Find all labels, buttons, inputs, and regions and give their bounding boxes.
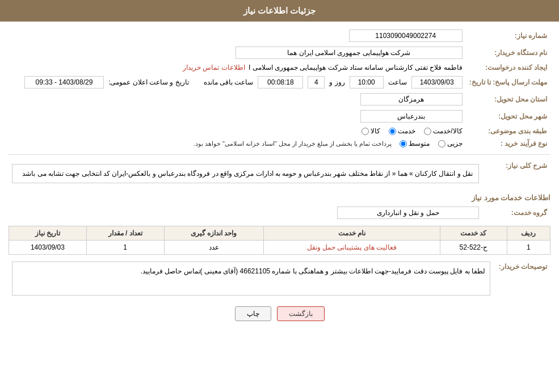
radio-jozei[interactable]: جزیی <box>438 140 463 147</box>
roz-value: 4 <box>308 76 325 88</box>
shomareNiaz-value: 1103090049002274 <box>349 29 463 42</box>
noeFarayand-label: نوع فرآیند خرید : <box>466 137 550 150</box>
col-tedaad: تعداد / مقدار <box>86 226 164 241</box>
tarikh-elan-label: تاریخ و ساعت اعلان عمومی: <box>108 78 189 86</box>
ijadKonande-label: ایجاد کننده درخواست: <box>466 61 550 74</box>
cell-vahed: عدد <box>164 241 263 255</box>
cell-tarikh: 1403/09/03 <box>9 241 87 255</box>
tarikh-value: 1403/09/03 <box>411 76 463 88</box>
tarikh-elan-value: 1403/08/29 - 09:33 <box>24 76 104 88</box>
shahr-value: بندرعباس <box>360 110 463 123</box>
mohlat-label: مهلت ارسال پاسخ: تا تاریخ: <box>466 74 550 91</box>
roz-label: روز و <box>329 78 344 86</box>
noeFarayand-radio-group: جزیی متوسط <box>400 140 463 147</box>
print-button[interactable]: چاپ <box>235 306 271 321</box>
cell-radif: 1 <box>507 241 550 255</box>
col-vahed: واحد اندازه گیری <box>164 226 263 241</box>
radio-kala-khadamat-input[interactable] <box>424 128 431 135</box>
goroh-section: گروه خدمت: حمل و نقل و انبارداری <box>9 204 550 221</box>
radio-khadamat-label: خدمت <box>398 127 415 135</box>
service-table: ردیف کد خدمت نام خدمت واحد اندازه گیری ت… <box>9 226 550 255</box>
cell-nam: فعالیت های پشتیبانی حمل ونقل <box>263 241 440 255</box>
table-row: 1 ح-522-52 فعالیت های پشتیبانی حمل ونقل … <box>9 241 550 255</box>
namDastgah-label: نام دستگاه خریدار: <box>466 44 550 61</box>
radio-kala-khadamat[interactable]: کالا/خدمت <box>424 127 462 135</box>
radio-kala-label: کالا <box>371 127 380 135</box>
cell-tedaad: 1 <box>86 241 164 255</box>
radio-motovaset-input[interactable] <box>400 140 407 147</box>
namDastgah-value: شرکت هواپیمایی جمهوری اسلامی ایران هما <box>236 47 463 59</box>
col-tarikh: تاریخ نیاز <box>9 226 87 241</box>
radio-jozei-input[interactable] <box>438 140 445 147</box>
radio-kala-input[interactable] <box>362 128 369 135</box>
baghimande-value: 00:08:18 <box>258 76 303 88</box>
sharhNiaz-label: شرح کلی نیاز: <box>482 158 550 189</box>
baghimande-label: ساعت باقی مانده <box>204 78 254 86</box>
tosifat-section: توصیحات خریدار: لطفا به فایل پیوست دقت ف… <box>9 259 550 298</box>
saat-label: ساعت <box>388 78 407 86</box>
cell-kod: ح-522-52 <box>440 241 507 255</box>
sharh-section: شرح کلی نیاز: نقل و انتقال کارکنان » هما… <box>9 158 550 189</box>
radio-kala-khadamat-label: کالا/خدمت <box>433 127 462 135</box>
tosifat-value: لطفا به فایل پیوست دقت فرمایید-جهت اطلاع… <box>12 262 490 296</box>
goroh-value: حمل و نقل و انبارداری <box>337 206 479 219</box>
saat-value: 10:00 <box>350 76 384 88</box>
page-header: جزئیات اطلاعات نیاز <box>0 0 559 22</box>
radio-motovaset[interactable]: متوسط <box>400 140 430 147</box>
radio-khadamat-input[interactable] <box>389 128 396 135</box>
col-nam: نام خدمت <box>263 226 440 241</box>
divider1 <box>9 154 550 155</box>
ettelaat-section-title: اطلاعات خدمات مورد نیاز <box>9 193 550 202</box>
ijadKonande-link[interactable]: اطلاعات تماس خریدار <box>183 64 245 71</box>
ostan-value: هرمزگان <box>360 93 463 106</box>
tosifat-label: توصیحات خریدار: <box>494 259 550 298</box>
radio-motovaset-label: متوسط <box>409 140 430 147</box>
shahr-label: شهر محل تحویل: <box>466 108 550 125</box>
back-button[interactable]: بازگشت <box>277 306 325 321</box>
buttons-row: بازگشت چاپ <box>9 306 550 321</box>
radio-kala[interactable]: کالا <box>362 127 380 135</box>
col-radif: ردیف <box>507 226 550 241</box>
ijadKonande-value: فاطمه فلاح تفتی کارشناس سامانه ستاد شرکت… <box>249 64 462 71</box>
sharhNiaz-value: نقل و انتقال کارکنان » هما « از نقاط مخت… <box>12 164 479 183</box>
page-title: جزئیات اطلاعات نیاز <box>243 6 316 15</box>
ostan-label: استان محل تحویل: <box>466 91 550 108</box>
radio-jozei-label: جزیی <box>447 140 463 147</box>
nam-link[interactable]: فعالیت های پشتیبانی حمل ونقل <box>307 243 397 251</box>
shomareNiaz-label: شماره نیاز: <box>466 27 550 44</box>
tabaqe-radio-group: کالا/خدمت خدمت کالا <box>362 127 462 135</box>
tabaqe-label: طبقه بندی موضوعی: <box>466 125 550 137</box>
noeFarayand-note: پرداخت تمام یا بخشی از مبلغ خریدار از مح… <box>194 140 392 147</box>
col-kod: کد خدمت <box>440 226 507 241</box>
goroh-label: گروه خدمت: <box>482 204 550 221</box>
radio-khadamat[interactable]: خدمت <box>389 127 415 135</box>
info-section: شماره نیاز: 1103090049002274 نام دستگاه … <box>9 27 550 150</box>
